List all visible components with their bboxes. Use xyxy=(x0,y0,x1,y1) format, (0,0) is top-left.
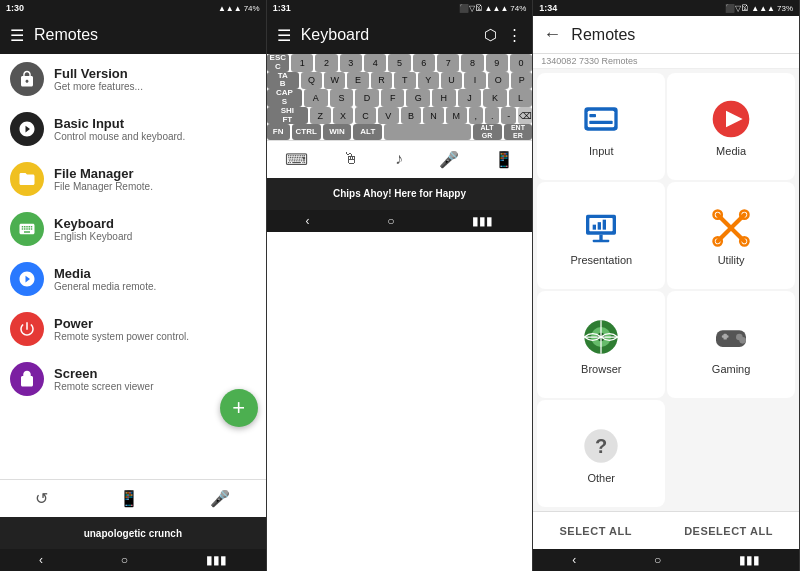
key-u[interactable]: U xyxy=(441,72,462,90)
mic-icon[interactable]: 🎤 xyxy=(210,489,230,508)
key-2[interactable]: 2 xyxy=(315,54,337,72)
key-0[interactable]: 0 xyxy=(510,54,532,72)
power-icon xyxy=(10,312,44,346)
recents-sys-3[interactable]: ▮▮▮ xyxy=(739,553,760,567)
key-8[interactable]: 8 xyxy=(461,54,483,72)
key-r[interactable]: R xyxy=(371,72,392,90)
menu-item-file-manager[interactable]: File Manager File Manager Remote. xyxy=(0,154,266,204)
back-button-3[interactable]: ← xyxy=(543,24,561,45)
menu-item-basic-input[interactable]: Basic Input Control mouse and keyboard. xyxy=(0,104,266,154)
shift-key[interactable]: SHIFT xyxy=(267,107,308,125)
back-sys-2[interactable]: ‹ xyxy=(306,214,310,228)
key-w[interactable]: W xyxy=(324,72,345,90)
key-e[interactable]: E xyxy=(347,72,368,90)
add-remote-fab[interactable]: + xyxy=(220,389,258,427)
key-f[interactable]: F xyxy=(381,89,405,107)
recents-sys-2[interactable]: ▮▮▮ xyxy=(472,214,493,228)
grid-item-utility[interactable]: Utility xyxy=(667,182,795,289)
key-v[interactable]: V xyxy=(378,107,399,125)
grid-item-browser[interactable]: Browser xyxy=(537,291,665,398)
key-s[interactable]: S xyxy=(330,89,354,107)
caps-key[interactable]: CAPS xyxy=(267,89,302,107)
key-9[interactable]: 9 xyxy=(486,54,508,72)
device-nav-icon[interactable]: 📱 xyxy=(494,150,514,169)
deselect-all-button[interactable]: DESELECT ALL xyxy=(684,525,773,537)
menu-item-keyboard[interactable]: Keyboard English Keyboard xyxy=(0,204,266,254)
key-z[interactable]: Z xyxy=(310,107,331,125)
select-all-button[interactable]: SELECT ALL xyxy=(559,525,631,537)
hamburger-menu-2[interactable]: ☰ xyxy=(277,26,291,45)
alt-key[interactable]: ALT xyxy=(353,124,382,139)
key-m[interactable]: M xyxy=(446,107,467,125)
kb-row-2: CAPS A S D F G H J K L xyxy=(267,89,533,107)
key-j[interactable]: J xyxy=(458,89,482,107)
backspace-key[interactable]: ⌫ xyxy=(518,107,532,125)
bottom-nav-1: ↺ 📱 🎤 xyxy=(0,479,266,517)
menu-item-media[interactable]: Media General media remote. xyxy=(0,254,266,304)
menu-item-power[interactable]: Power Remote system power control. xyxy=(0,304,266,354)
more-icon[interactable]: ⋮ xyxy=(507,26,522,44)
space-key[interactable] xyxy=(384,124,470,139)
panel1-wrapper: Full Version Get more features... Basic … xyxy=(0,54,266,479)
key-a[interactable]: A xyxy=(304,89,328,107)
grid-item-media[interactable]: Media xyxy=(667,73,795,180)
grid-item-input[interactable]: Input xyxy=(537,73,665,180)
key-5[interactable]: 5 xyxy=(388,54,410,72)
enter-key[interactable]: ENTER xyxy=(504,124,533,139)
key-7[interactable]: 7 xyxy=(437,54,459,72)
panel3-title: Remotes xyxy=(571,26,789,44)
recents-sys-1[interactable]: ▮▮▮ xyxy=(206,553,227,567)
mic-nav-icon[interactable]: 🎤 xyxy=(439,150,459,169)
grid-item-other[interactable]: ? Other xyxy=(537,400,665,507)
key-3[interactable]: 3 xyxy=(340,54,362,72)
back-sys-1[interactable]: ‹ xyxy=(39,553,43,567)
fn-key[interactable]: FN xyxy=(267,124,290,139)
key-g[interactable]: G xyxy=(406,89,430,107)
key-l[interactable]: L xyxy=(509,89,533,107)
music-nav-icon[interactable]: ♪ xyxy=(395,150,403,168)
win-key[interactable]: WIN xyxy=(323,124,352,139)
key-o[interactable]: O xyxy=(488,72,509,90)
key-1[interactable]: 1 xyxy=(291,54,313,72)
keyboard-nav-icon[interactable]: ⌨ xyxy=(285,150,308,169)
esc-key[interactable]: ESCC xyxy=(267,54,289,72)
home-sys-2[interactable]: ○ xyxy=(387,214,394,228)
key-p[interactable]: P xyxy=(511,72,532,90)
home-sys-1[interactable]: ○ xyxy=(121,553,128,567)
grid-item-presentation[interactable]: Presentation xyxy=(537,182,665,289)
key-k[interactable]: K xyxy=(483,89,507,107)
key-b[interactable]: B xyxy=(401,107,422,125)
home-sys-3[interactable]: ○ xyxy=(654,553,661,567)
tab-key[interactable]: TAB xyxy=(267,72,299,90)
key-h[interactable]: H xyxy=(432,89,456,107)
key-4[interactable]: 4 xyxy=(364,54,386,72)
hamburger-menu[interactable]: ☰ xyxy=(10,26,24,45)
key-d[interactable]: D xyxy=(355,89,379,107)
basic-input-label: Basic Input xyxy=(54,116,185,131)
key-n[interactable]: N xyxy=(423,107,444,125)
key-period[interactable]: . xyxy=(485,107,499,125)
file-manager-desc: File Manager Remote. xyxy=(54,181,153,192)
mouse-nav-icon[interactable]: 🖱 xyxy=(343,150,359,168)
key-c[interactable]: C xyxy=(355,107,376,125)
key-i[interactable]: I xyxy=(464,72,485,90)
key-dash[interactable]: - xyxy=(501,107,515,125)
signal-icon-3: ▲▲▲ xyxy=(751,4,775,13)
key-t[interactable]: T xyxy=(394,72,415,90)
key-comma[interactable]: , xyxy=(469,107,483,125)
key-6[interactable]: 6 xyxy=(413,54,435,72)
altgr-key[interactable]: ALTGR xyxy=(473,124,502,139)
screen-icon xyxy=(10,362,44,396)
full-version-label: Full Version xyxy=(54,66,143,81)
grid-item-gaming[interactable]: Gaming xyxy=(667,291,795,398)
panel-keyboard: 1:31 ⬛▽🖻 ▲▲▲ 74% ☰ Keyboard ⬡ ⋮ ESCC 1 2… xyxy=(267,0,534,571)
back-sys-3[interactable]: ‹ xyxy=(572,553,576,567)
key-x[interactable]: X xyxy=(333,107,354,125)
layers-icon[interactable]: ⬡ xyxy=(484,26,497,44)
key-y[interactable]: Y xyxy=(418,72,439,90)
menu-item-full-version[interactable]: Full Version Get more features... xyxy=(0,54,266,104)
key-q[interactable]: Q xyxy=(301,72,322,90)
refresh-icon[interactable]: ↺ xyxy=(35,489,48,508)
device-icon[interactable]: 📱 xyxy=(119,489,139,508)
ctrl-key[interactable]: CTRL xyxy=(292,124,321,139)
